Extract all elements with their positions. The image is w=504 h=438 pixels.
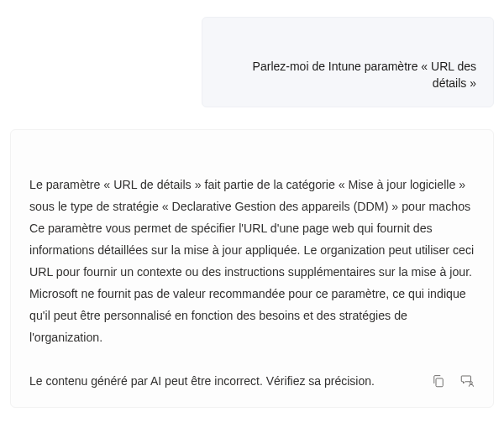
assistant-message-body: Le paramètre « URL de détails » fait par… (29, 174, 475, 348)
user-message-bubble: Parlez-moi de Intune paramètre « URL des… (202, 17, 494, 107)
copy-icon (431, 373, 446, 388)
user-message-text: Parlez-moi de Intune paramètre « URL des… (218, 58, 478, 91)
feedback-button[interactable] (459, 373, 475, 388)
assistant-message-bubble: Le paramètre « URL de détails » fait par… (10, 129, 494, 408)
footer-actions (431, 373, 475, 388)
assistant-footer: Le contenu généré par AI peut être incor… (29, 372, 475, 390)
copy-button[interactable] (431, 373, 446, 388)
feedback-person-icon (459, 373, 475, 388)
svg-rect-0 (436, 378, 443, 387)
svg-point-1 (470, 382, 472, 384)
ai-disclaimer-text: Le contenu généré par AI peut être incor… (29, 372, 375, 390)
